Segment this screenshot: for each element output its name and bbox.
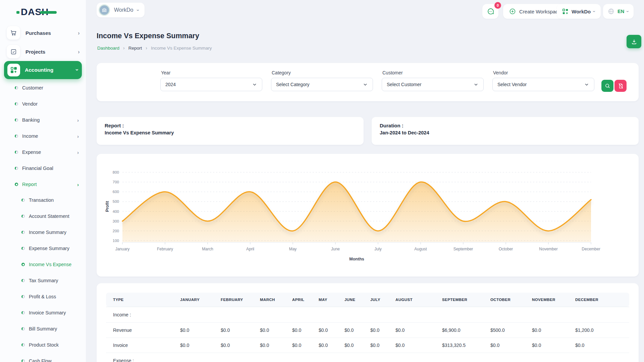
bullet-ring-icon (21, 198, 25, 202)
cell-value: $0.0 (292, 338, 319, 353)
sidebar-item-label: Expense (22, 149, 41, 155)
sidebar-item-label: Customer (22, 85, 43, 90)
sidebar-item-invoice-summary[interactable]: Invoice Summary (0, 305, 86, 321)
row-label: Invoice (106, 338, 180, 353)
sidebar-item-label: Transaction (29, 197, 54, 203)
year-select[interactable]: 2024 (160, 78, 262, 91)
bullet-ring-icon (21, 263, 25, 266)
reset-icon (618, 83, 624, 89)
sidebar-item-income-summary[interactable]: Income Summary (0, 224, 86, 240)
svg-text:February: February (157, 247, 173, 251)
table-header-row: TYPEJANUARYFEBRUARYMARCHAPRILMAYJUNEJULY… (106, 293, 629, 307)
customer-field: CustomerSelect Customer (382, 63, 484, 101)
sidebar-item-label: Banking (22, 117, 40, 123)
sidebar-item-label: Bill Summary (29, 326, 57, 331)
bullet-ring-icon (15, 118, 18, 122)
summary-card-title: Report : (105, 123, 356, 128)
sidebar-item-product-stock[interactable]: Product Stock (0, 337, 86, 353)
column-header: DECEMBER (575, 293, 629, 307)
table-section-row: Expense : (106, 353, 629, 362)
chevron-right-icon: › (77, 182, 79, 187)
cell-value: $0.0 (344, 322, 370, 338)
chevron-right-icon: › (77, 134, 79, 139)
cell-value: $0.0 (180, 322, 221, 338)
sidebar-item-financial-goal[interactable]: Financial Goal (0, 160, 86, 176)
vendor-select[interactable]: Select Vendor (492, 78, 594, 91)
vendor-label: Vendor (493, 70, 508, 75)
sidebar-item-cash-flow[interactable]: Cash Flow (0, 353, 86, 362)
check-square-icon (7, 45, 20, 58)
reset-filter-button[interactable] (614, 80, 627, 92)
sidebar-item-label: Cash Flow (29, 358, 52, 362)
page-title: Income Vs Expense Summary (97, 32, 199, 40)
sidebar-item-label: Expense Summary (29, 246, 69, 251)
category-field: CategorySelect Category (271, 63, 373, 101)
cell-value: $500.0 (490, 322, 532, 338)
cell-value: $0.0 (180, 338, 221, 353)
sidebar-item-account-statement[interactable]: Account Statement (0, 208, 86, 224)
sidebar-item-income-vs-expense[interactable]: Income Vs Expense (0, 256, 86, 273)
breadcrumb: Dashboard › Report › Income Vs Expense S… (97, 45, 212, 51)
bullet-ring-icon (15, 134, 18, 138)
filter-card: Year2024CategorySelect CategoryCustomerS… (97, 63, 639, 101)
sidebar-item-bill-summary[interactable]: Bill Summary (0, 321, 86, 337)
svg-text:July: July (374, 247, 381, 251)
sidebar-item-tax-summary[interactable]: Tax Summary (0, 273, 86, 289)
sidebar-item-label: Profit & Loss (29, 294, 56, 299)
column-header: JULY (370, 293, 395, 307)
column-header: SEPTEMBER (442, 293, 490, 307)
sidebar-item-profit-loss[interactable]: Profit & Loss (0, 289, 86, 305)
svg-text:300: 300 (113, 219, 119, 223)
vendor-field: VendorSelect Vendor (492, 63, 594, 101)
svg-text:600: 600 (113, 190, 119, 194)
sidebar-item-transaction[interactable]: Transaction (0, 192, 86, 208)
year-field: Year2024 (160, 63, 262, 101)
cell-value: $313,320.5 (442, 338, 490, 353)
bullet-ring-icon (21, 215, 25, 218)
download-icon (631, 39, 637, 45)
app-logo[interactable]: DASH (21, 7, 49, 17)
sidebar-item-vendor[interactable]: Vendor (0, 96, 86, 112)
sidebar-item-report[interactable]: Report› (0, 176, 86, 192)
sidebar-item-customer[interactable]: Customer (0, 80, 86, 96)
svg-text:Months: Months (349, 257, 364, 261)
cell-value: $0.0 (532, 338, 575, 353)
sidebar-item-label: Vendor (22, 101, 38, 107)
customer-select[interactable]: Select Customer (382, 78, 484, 91)
sidebar-item-expense[interactable]: Expense› (0, 144, 86, 160)
chevron-right-icon: › (123, 45, 125, 51)
chevron-down-icon (584, 82, 589, 87)
app-root: DASH Purchases›Projects› Accounting › Cu… (0, 0, 644, 362)
sidebar-item-banking[interactable]: Banking› (0, 112, 86, 128)
column-header: MAY (319, 293, 344, 307)
sidebar-item-label: Report (22, 182, 37, 187)
sidebar-item-projects[interactable]: Projects› (0, 44, 86, 60)
column-header: NOVEMBER (532, 293, 575, 307)
sidebar-item-purchases[interactable]: Purchases› (0, 25, 86, 41)
cell-value: $0.0 (292, 322, 319, 338)
section-label: Income : (106, 307, 629, 322)
summary-card-title: Duration : (380, 123, 631, 128)
table-card: TYPEJANUARYFEBRUARYMARCHAPRILMAYJUNEJULY… (97, 283, 639, 362)
cell-value: $0.0 (532, 322, 575, 338)
logo-dash-icon (40, 11, 57, 14)
sidebar-item-accounting[interactable]: Accounting › (4, 61, 82, 79)
svg-text:January: January (115, 247, 130, 251)
bullet-ring-icon (21, 327, 25, 330)
cell-value: $0.0 (370, 322, 395, 338)
svg-text:400: 400 (113, 209, 119, 214)
cell-value: $0.0 (221, 322, 260, 338)
sidebar-item-income[interactable]: Income› (0, 128, 86, 144)
svg-text:March: March (202, 247, 213, 251)
breadcrumb-report[interactable]: Report (128, 46, 142, 51)
sidebar-item-expense-summary[interactable]: Expense Summary (0, 240, 86, 256)
category-select[interactable]: Select Category (271, 78, 373, 91)
svg-text:200: 200 (113, 229, 119, 233)
apply-filter-button[interactable] (601, 80, 613, 92)
chevron-right-icon: › (78, 49, 80, 55)
download-button[interactable] (627, 35, 641, 48)
selected-value: Select Customer (387, 82, 421, 87)
breadcrumb-dashboard[interactable]: Dashboard (97, 46, 119, 51)
chevron-right-icon: › (146, 45, 147, 51)
svg-text:November: November (539, 247, 557, 251)
